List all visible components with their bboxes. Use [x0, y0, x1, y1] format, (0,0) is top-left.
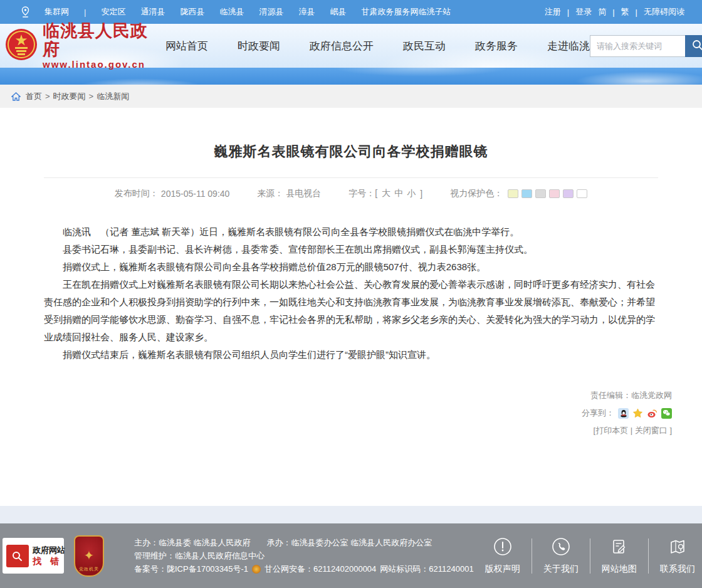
page: 集群网 | 安定区通渭县陇西县临洮县渭源县漳县岷县甘肃政务服务网临洮子站 注册|… — [0, 0, 702, 588]
font-size-option[interactable]: 中 — [394, 188, 403, 199]
topbar-link-portal[interactable]: 集群网 — [45, 6, 69, 18]
search-icon — [692, 39, 702, 53]
topbar-site-link[interactable]: 岷县 — [330, 6, 346, 18]
topbar-site-link[interactable]: 渭源县 — [259, 6, 283, 18]
bracket-close: ] — [668, 426, 672, 435]
eyecare-color-swatch[interactable] — [577, 189, 587, 198]
search-button[interactable] — [685, 35, 702, 57]
footer-link-copyright[interactable]: 版权声明 — [474, 537, 532, 575]
eyecare-color-swatch[interactable] — [563, 189, 574, 198]
publish-time: 发布时间： 2015-05-11 09:40 — [115, 188, 230, 199]
close-window-button[interactable]: 关闭窗口 — [635, 426, 668, 435]
footer-link-sitemap[interactable]: 网站地图 — [590, 537, 648, 575]
breadcrumb-current[interactable]: 临洮新闻 — [97, 91, 129, 102]
site-error-report-badge[interactable]: 政府网站 找 错 — [3, 538, 64, 574]
sitemap-document-icon — [609, 537, 629, 559]
source-label: 来源： — [257, 188, 283, 199]
footer-link-label: 关于我们 — [543, 564, 579, 575]
publish-time-label: 发布时间： — [115, 188, 159, 199]
topbar-site-link[interactable]: 漳县 — [298, 6, 315, 18]
font-size-control: 字号：[ 大中小 ] — [348, 188, 422, 199]
article-paragraph: 县委书记石琳，县委副书记、县长许树德，县委常委、宣传部部长王在凯出席捐赠仪式，副… — [44, 241, 658, 258]
print-page-button[interactable]: 打印本页 — [595, 426, 628, 435]
source-value: 县电视台 — [286, 188, 321, 199]
search-input[interactable] — [590, 35, 685, 57]
footer-link-label: 网站地图 — [602, 564, 637, 575]
logo-text: 临洮县人民政府 www.lintao.gov.cn — [43, 21, 148, 70]
topbar-site-link[interactable]: 甘肃政务服务网临洮子站 — [361, 6, 451, 18]
breadcrumb-section[interactable]: 时政要闻 — [53, 91, 86, 102]
phone-icon — [551, 537, 571, 559]
article-source: 来源： 县电视台 — [257, 188, 321, 199]
site-url: www.lintao.gov.cn — [43, 59, 148, 70]
topbar-user-link[interactable]: 登录 — [575, 6, 592, 18]
footer-link-label: 联系我们 — [660, 564, 695, 575]
topbar-user-link[interactable]: 简 — [598, 6, 606, 18]
error-badge-line1: 政府网站 — [33, 545, 65, 556]
topbar-site-link[interactable]: 临洮县 — [219, 6, 244, 18]
print-close-bar: [打印本页 | 关闭窗口 ] — [0, 425, 672, 436]
eyecare-color-swatch[interactable] — [549, 189, 560, 198]
font-size-option[interactable]: 小 — [407, 188, 416, 199]
topbar-user-link[interactable]: 无障碍阅读 — [644, 6, 684, 18]
print-close-separator: | — [628, 426, 635, 435]
footer-maintain-line: 管理维护：临洮县人民政府信息中心 — [134, 549, 474, 562]
article-paragraph: 王在凯在捐赠仪式上对巍雅斯名表眼镜有限公司长期以来热心社会公益、关心教育发展的爱… — [44, 276, 658, 346]
main-nav-item[interactable]: 时政要闻 — [238, 39, 280, 53]
main-nav: 网站首页时政要闻政府信息公开政民互动政务服务走进临洮 — [165, 39, 590, 53]
error-badge-line2: 找 错 — [33, 556, 65, 567]
article-meta: 发布时间： 2015-05-11 09:40 来源： 县电视台 字号：[ 大中小… — [0, 188, 702, 199]
font-size-label: 字号：[ — [348, 188, 377, 199]
main-nav-item[interactable]: 走进临洮 — [547, 39, 590, 53]
footer: 政府网站 找 错 ✦ 党政机关 主办：临洮县委 临洮县人民政府 承办：临洮县委办… — [0, 523, 702, 588]
topbar-divider: | — [84, 8, 86, 17]
topbar-site-link[interactable]: 通渭县 — [140, 6, 165, 18]
icp-number: 备案号：陇ICP备17003345号-1 — [134, 562, 248, 575]
share-label: 分享到： — [582, 407, 614, 419]
title-divider — [44, 177, 658, 178]
breadcrumb-home[interactable]: 首页 — [26, 91, 42, 102]
public-security-number: 甘公网安备：62112402000004 — [265, 562, 376, 575]
site-identification-code: 网站标识码：6211240001 — [380, 562, 473, 575]
share-bar: 分享到： — [0, 407, 672, 419]
site-header: 临洮县人民政府 www.lintao.gov.cn 网站首页时政要闻政府信息公开… — [0, 24, 702, 68]
main-nav-item[interactable]: 政府信息公开 — [310, 39, 374, 53]
font-size-option[interactable]: 大 — [382, 188, 390, 199]
footer-host-line: 主办：临洮县委 临洮县人民政府 承办：临洮县委办公室 临洮县人民政府办公室 — [134, 536, 474, 549]
site-logo[interactable]: 临洮县人民政府 www.lintao.gov.cn — [5, 21, 148, 70]
party-gov-shield-icon[interactable]: ✦ 党政机关 — [74, 535, 104, 577]
main-nav-item[interactable]: 政务服务 — [475, 39, 518, 53]
eyecare-color-swatch[interactable] — [521, 189, 532, 198]
home-icon — [11, 92, 21, 101]
site-name: 临洮县人民政府 — [43, 21, 148, 59]
topbar-user-link[interactable]: 繁 — [621, 6, 629, 18]
topbar-user-link[interactable]: | — [636, 8, 637, 17]
footer-registration-line: 备案号：陇ICP备17003345号-1 甘公网安备：6211240200000… — [134, 562, 474, 575]
footer-link-contact[interactable]: 联系我们 — [649, 537, 702, 575]
contact-map-pin-icon — [668, 537, 688, 559]
share-weibo-icon[interactable] — [647, 408, 657, 419]
share-qq-icon[interactable] — [618, 408, 629, 419]
breadcrumb-separator: > — [45, 92, 50, 101]
location-pin-icon — [21, 6, 29, 18]
footer-link-label: 版权声明 — [485, 564, 520, 575]
eyecare-label: 视力保护色： — [450, 188, 503, 199]
footer-info: 主办：临洮县委 临洮县人民政府 承办：临洮县委办公室 临洮县人民政府办公室 管理… — [134, 536, 474, 575]
national-emblem-icon — [5, 28, 38, 63]
topbar-site-link[interactable]: 安定区 — [101, 6, 125, 18]
share-qzone-icon[interactable] — [632, 408, 643, 419]
eyecare-color-swatch[interactable] — [535, 189, 546, 198]
topbar-site-link[interactable]: 陇西县 — [180, 6, 204, 18]
footer-link-about[interactable]: 关于我们 — [532, 537, 590, 575]
copyright-exclamation-icon — [493, 537, 513, 559]
topbar-user-link[interactable]: 注册 — [545, 6, 561, 18]
eyecare-color-swatch[interactable] — [508, 189, 518, 198]
topbar-user-link[interactable]: | — [567, 8, 569, 17]
editor-credit: 责任编辑：临洮党政网 — [0, 390, 672, 401]
main-nav-item[interactable]: 网站首页 — [165, 39, 208, 53]
eyecare-color-control: 视力保护色： — [450, 188, 587, 199]
main-nav-item[interactable]: 政民互动 — [403, 39, 446, 53]
topbar-user-link[interactable]: | — [612, 8, 614, 17]
site-error-magnifier-icon — [6, 545, 29, 567]
share-wechat-icon[interactable] — [661, 408, 672, 419]
